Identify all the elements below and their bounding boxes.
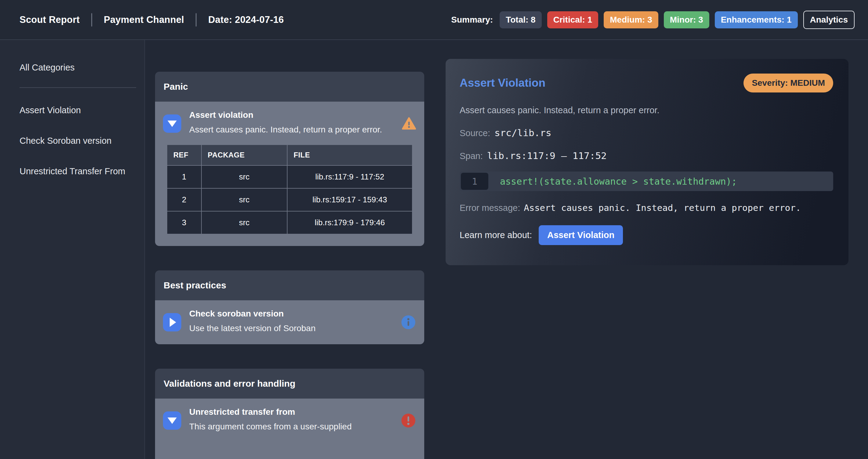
references-table: REF PACKAGE FILE 1 src lib.rs:117:9 - 11… — [167, 144, 413, 234]
cell-ref: 3 — [167, 211, 202, 234]
chevron-down-icon — [167, 418, 177, 424]
span-value: lib.rs:117:9 — 117:52 — [487, 150, 607, 161]
cell-file: lib.rs:179:9 - 179:46 — [287, 211, 412, 234]
cell-ref: 2 — [167, 188, 202, 211]
cell-package: src — [202, 211, 287, 234]
code-snippet-block: 1 assert!(state.allowance > state.withdr… — [460, 172, 833, 191]
table-row[interactable]: 1 src lib.rs:117:9 - 117:52 — [167, 165, 412, 188]
finding-title: Check soroban version — [189, 309, 389, 318]
span-row: Span: lib.rs:117:9 — 117:52 — [460, 150, 833, 161]
sidebar-item-check-soroban-version[interactable]: Check Soroban version — [20, 134, 129, 148]
error-circle-icon — [400, 412, 416, 428]
learn-more-row: Learn more about: Assert Violation — [460, 225, 833, 245]
finding-row-unrestricted-transfer-from[interactable]: Unrestricted transfer from This argument… — [163, 407, 416, 434]
cell-file: lib.rs:159:17 - 159:43 — [287, 188, 412, 211]
column-header-package: PACKAGE — [202, 145, 287, 165]
finding-description: Use the latest version of Soroban — [189, 321, 389, 336]
header-divider — [196, 13, 196, 27]
detail-header-row: Assert Violation Severity: MEDIUM — [460, 73, 833, 92]
column-header-file: FILE — [287, 145, 412, 165]
category-card-title: Best practices — [155, 270, 424, 300]
learn-more-button[interactable]: Assert Violation — [539, 225, 623, 245]
finding-row-check-soroban-version[interactable]: Check soroban version Use the latest ver… — [163, 309, 416, 336]
badge-total: Total: 8 — [500, 11, 541, 28]
source-row: Source: src/lib.rs — [460, 127, 833, 138]
error-message-label: Error message: — [460, 203, 520, 213]
chevron-right-icon — [170, 318, 176, 327]
cell-package: src — [202, 165, 287, 188]
sidebar-item-assert-violation[interactable]: Assert Violation — [20, 103, 129, 118]
finding-row-assert-violation[interactable]: Assert violation Assert causes panic. In… — [163, 110, 416, 137]
source-value: src/lib.rs — [494, 127, 552, 138]
expand-toggle-button[interactable] — [163, 313, 181, 331]
cell-package: src — [202, 188, 287, 211]
category-card-best-practices: Best practices Check soroban version Use… — [155, 270, 424, 344]
badge-medium: Medium: 3 — [604, 11, 658, 28]
span-label: Span: — [460, 151, 483, 161]
category-sidebar: All Categories Assert Violation Check So… — [0, 40, 145, 459]
finding-text: Check soroban version Use the latest ver… — [189, 309, 389, 336]
detail-column: Assert Violation Severity: MEDIUM Assert… — [440, 40, 868, 459]
category-card-title: Validations and error handling — [155, 369, 424, 399]
category-card-title: Panic — [155, 72, 424, 102]
finding-title: Assert violation — [189, 110, 389, 120]
header-brand-group: Scout Report Payment Channel Date: 2024-… — [20, 13, 284, 27]
category-card-body: Check soroban version Use the latest ver… — [155, 300, 424, 344]
learn-more-label: Learn more about: — [460, 230, 532, 240]
badge-enhancements: Enhancements: 1 — [715, 11, 798, 28]
main-layout: All Categories Assert Violation Check So… — [0, 40, 868, 459]
category-card-body: Unrestricted transfer from This argument… — [155, 399, 424, 459]
collapse-toggle-button[interactable] — [163, 411, 181, 430]
finding-text: Unrestricted transfer from This argument… — [189, 407, 389, 434]
summary-bar: Summary: Total: 8 Critical: 1 Medium: 3 … — [451, 11, 855, 29]
collapse-toggle-button[interactable] — [163, 115, 181, 133]
badge-minor: Minor: 3 — [664, 11, 709, 28]
category-card-body: Assert violation Assert causes panic. In… — [155, 102, 424, 246]
severity-badge: Severity: MEDIUM — [743, 73, 833, 92]
findings-column: Panic Assert violation Assert causes pan… — [145, 40, 440, 459]
project-name: Payment Channel — [104, 14, 184, 25]
cell-ref: 1 — [167, 165, 202, 188]
sidebar-divider — [20, 87, 136, 88]
sidebar-item-unrestricted-transfer-from[interactable]: Unrestricted Transfer From — [20, 164, 129, 179]
table-row[interactable]: 3 src lib.rs:179:9 - 179:46 — [167, 211, 412, 234]
category-card-panic: Panic Assert violation Assert causes pan… — [155, 72, 424, 246]
info-circle-icon — [400, 314, 416, 330]
finding-description: This argument comes from a user-supplied — [189, 419, 389, 434]
app-title: Scout Report — [20, 14, 80, 25]
source-label: Source: — [460, 128, 490, 138]
header-divider — [91, 13, 92, 27]
warning-triangle-icon — [402, 117, 416, 131]
analytics-button[interactable]: Analytics — [803, 11, 855, 29]
sidebar-item-all-categories[interactable]: All Categories — [20, 63, 135, 73]
detail-description: Assert causes panic. Instead, return a p… — [460, 105, 833, 115]
cell-file: lib.rs:117:9 - 117:52 — [287, 165, 412, 188]
table-header-row: REF PACKAGE FILE — [167, 145, 412, 165]
error-message-value: Assert causes panic. Instead, return a p… — [524, 203, 801, 213]
report-date: Date: 2024-07-16 — [208, 14, 284, 25]
finding-title: Unrestricted transfer from — [189, 407, 389, 417]
top-header: Scout Report Payment Channel Date: 2024-… — [0, 0, 868, 40]
summary-label: Summary: — [451, 15, 493, 25]
table-row[interactable]: 2 src lib.rs:159:17 - 159:43 — [167, 188, 412, 211]
chevron-down-icon — [167, 121, 177, 127]
finding-detail-panel: Assert Violation Severity: MEDIUM Assert… — [445, 59, 848, 265]
code-line: assert!(state.allowance > state.withdraw… — [488, 176, 737, 187]
finding-description: Assert causes panic. Instead, return a p… — [189, 122, 389, 137]
error-message-row: Error message: Assert causes panic. Inst… — [460, 203, 833, 213]
finding-text: Assert violation Assert causes panic. In… — [189, 110, 389, 137]
category-card-validations: Validations and error handling Unrestric… — [155, 369, 424, 459]
code-line-number: 1 — [461, 173, 488, 190]
badge-critical: Critical: 1 — [547, 11, 598, 28]
detail-title: Assert Violation — [460, 76, 546, 89]
column-header-ref: REF — [167, 145, 202, 165]
